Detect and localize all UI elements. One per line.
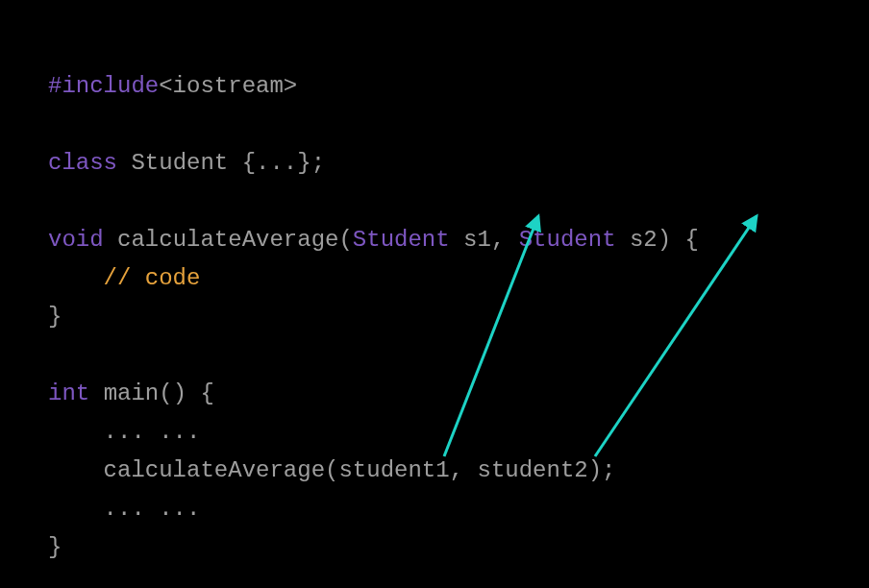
paren-close-brace: ) { bbox=[658, 227, 699, 253]
line-10: ... ... bbox=[48, 419, 200, 445]
line-1: #include<iostream> bbox=[48, 73, 297, 99]
param-type-2: Student bbox=[519, 227, 616, 253]
space bbox=[117, 150, 131, 176]
line-9: int main() { bbox=[48, 380, 214, 406]
main-name: main bbox=[104, 380, 160, 406]
param-name-1: s1 bbox=[463, 227, 491, 253]
space bbox=[89, 380, 103, 406]
function-name: calculateAverage bbox=[117, 227, 338, 253]
paren-open: ( bbox=[338, 227, 352, 253]
line-5: void calculateAverage(Student s1, Studen… bbox=[48, 227, 699, 253]
indent bbox=[48, 419, 104, 445]
function-call: calculateAverage(student1, student2); bbox=[104, 457, 616, 483]
space bbox=[104, 227, 117, 253]
line-7-brace: } bbox=[48, 304, 62, 330]
header-name: <iostream> bbox=[159, 73, 297, 99]
indent bbox=[48, 457, 104, 483]
class-keyword: class bbox=[48, 150, 117, 176]
include-keyword: #include bbox=[48, 73, 159, 99]
code-block: #include<iostream> class Student {...}; … bbox=[48, 29, 699, 567]
line-11: calculateAverage(student1, student2); bbox=[48, 457, 616, 483]
param-type-1: Student bbox=[353, 227, 450, 253]
int-keyword: int bbox=[48, 380, 89, 406]
line-12: ... ... bbox=[48, 496, 200, 522]
line-13-brace: } bbox=[48, 534, 62, 560]
comment: // code bbox=[104, 265, 201, 291]
class-name: Student bbox=[131, 150, 228, 176]
param-name-2: s2 bbox=[630, 227, 658, 253]
space bbox=[450, 227, 463, 253]
class-body-punct: {...}; bbox=[228, 150, 325, 176]
main-parens-brace: () { bbox=[159, 380, 214, 406]
space bbox=[616, 227, 630, 253]
indent bbox=[48, 496, 104, 522]
ellipsis: ... ... bbox=[104, 419, 201, 445]
line-3: class Student {...}; bbox=[48, 150, 325, 176]
indent bbox=[48, 265, 104, 291]
comma: , bbox=[491, 227, 519, 253]
void-keyword: void bbox=[48, 227, 104, 253]
line-6: // code bbox=[48, 265, 200, 291]
ellipsis: ... ... bbox=[104, 496, 201, 522]
